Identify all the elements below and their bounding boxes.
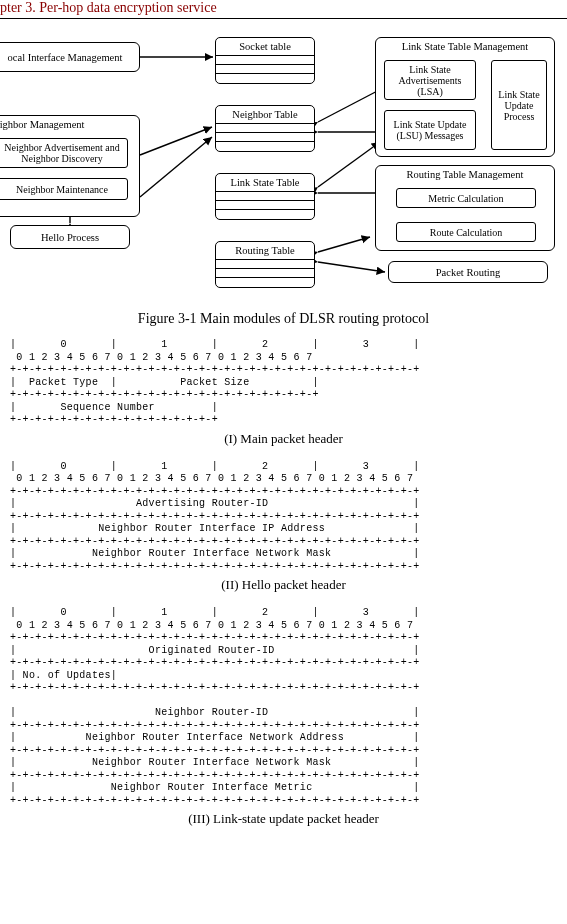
routing-table-box: Routing Table — [215, 241, 315, 288]
svg-line-12 — [318, 262, 385, 272]
neighbor-mgmt-label: eighbor Management — [0, 119, 85, 130]
link-state-mgmt-label: Link State Table Management — [376, 41, 554, 52]
link-state-mgmt-box: Link State Table Management Link State A… — [375, 37, 555, 157]
packet-routing-box: Packet Routing — [388, 261, 548, 283]
metric-calc-box: Metric Calculation — [396, 188, 536, 208]
hello-packet-caption: (II) Hello packet header — [0, 577, 567, 593]
chapter-header: pter 3. Per-hop data encryption service — [0, 0, 567, 19]
neighbor-maint-box: Neighbor Maintenance — [0, 178, 128, 200]
lsu-packet-caption: (III) Link-state update packet header — [0, 811, 567, 827]
lsa-box: Link State Advertisements (LSA) — [384, 60, 476, 100]
svg-line-6 — [318, 142, 380, 187]
main-packet-header-ascii: | 0 | 1 | 2 | 3 | 0 1 2 3 4 5 6 7 0 1 2 … — [10, 339, 557, 427]
neighbor-table-label: Neighbor Table — [216, 106, 314, 124]
neighbor-table-box: Neighbor Table — [215, 105, 315, 152]
neighbor-adv-box: Neighbor Advertisement and Neighbor Disc… — [0, 138, 128, 168]
lsu-packet-header-ascii: | 0 | 1 | 2 | 3 | 0 1 2 3 4 5 6 7 0 1 2 … — [10, 607, 557, 807]
main-packet-caption: (I) Main packet header — [0, 431, 567, 447]
local-interface-mgmt-box: ocal Interface Management — [0, 42, 140, 72]
neighbor-mgmt-box: eighbor Management Neighbor Advertisemen… — [0, 115, 140, 217]
figure-caption: Figure 3-1 Main modules of DLSR routing … — [0, 311, 567, 327]
svg-line-1 — [140, 127, 212, 155]
routing-table-label: Routing Table — [216, 242, 314, 260]
socket-table-box: Socket table — [215, 37, 315, 84]
link-state-table-box: Link State Table — [215, 173, 315, 220]
socket-table-label: Socket table — [216, 38, 314, 56]
module-diagram: ocal Interface Management eighbor Manage… — [0, 27, 567, 307]
link-state-table-label: Link State Table — [216, 174, 314, 192]
hello-packet-header-ascii: | 0 | 1 | 2 | 3 | 0 1 2 3 4 5 6 7 0 1 2 … — [10, 461, 557, 574]
lsup-box: Link State Update Process — [491, 60, 547, 150]
svg-line-2 — [140, 137, 212, 197]
hello-process-box: Hello Process — [10, 225, 130, 249]
svg-line-11 — [318, 237, 370, 252]
routing-mgmt-box: Routing Table Management Metric Calculat… — [375, 165, 555, 251]
lsu-msgs-box: Link State Update (LSU) Messages — [384, 110, 476, 150]
route-calc-box: Route Calculation — [396, 222, 536, 242]
routing-mgmt-label: Routing Table Management — [376, 169, 554, 180]
